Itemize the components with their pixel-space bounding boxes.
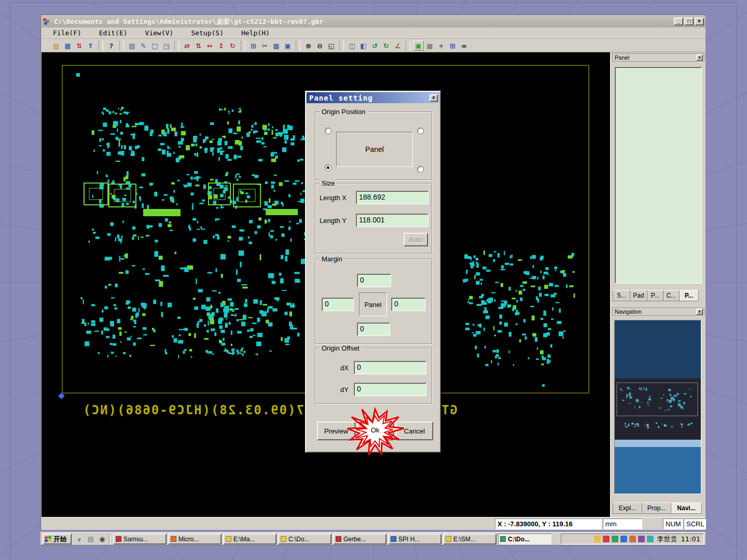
redo-icon[interactable]: ↻ (381, 40, 392, 51)
preview-button[interactable]: Preview (317, 422, 355, 440)
menu-setup[interactable]: Setup(S) (186, 28, 229, 38)
menubar: File(F) Edit(E) View(V) Setup(S) Help(H) (42, 27, 706, 39)
app-icon (43, 18, 51, 25)
mirror-vertical-icon[interactable]: ⇅ (193, 40, 204, 51)
margin-bottom-field[interactable]: 0 (357, 323, 390, 336)
save-icon[interactable]: ▦ (62, 40, 73, 51)
tab-s[interactable]: S... (613, 290, 630, 301)
region-icon[interactable]: ◳ (161, 40, 172, 51)
start-button[interactable]: 开始 (43, 534, 72, 544)
titlebar[interactable]: C:\Documents and Settings\Administrator\… (42, 16, 706, 27)
internet-explorer-icon[interactable]: e (75, 535, 84, 544)
panel-list-area[interactable] (615, 67, 702, 284)
navigation-preview[interactable] (614, 320, 701, 494)
dialog-close-icon[interactable]: × (430, 94, 438, 102)
menu-help[interactable]: Help(H) (236, 28, 275, 38)
zoom-window-icon[interactable]: ◱ (326, 40, 337, 51)
tile-vertical-icon[interactable]: ◧ (358, 40, 369, 51)
toolbar-separator (339, 40, 344, 51)
open-icon[interactable]: ▨ (51, 40, 62, 51)
fill-icon[interactable]: ▩ (271, 40, 282, 51)
select-area-icon[interactable]: ▧ (127, 40, 137, 51)
snap-icon[interactable]: ▣ (282, 40, 293, 51)
margin-left-field[interactable]: 0 (322, 298, 354, 311)
mirror-horizontal-icon[interactable]: ⇄ (182, 40, 192, 51)
origin-offset-label: Origin Offset (320, 344, 362, 352)
export-icon[interactable]: ⇑ (85, 40, 96, 51)
tab-p2[interactable]: P... (679, 290, 699, 301)
panel-pane-close-icon[interactable]: × (696, 54, 703, 61)
auto-button[interactable]: Auto (404, 233, 428, 246)
menu-edit[interactable]: Edit(E) (94, 28, 133, 38)
menu-file[interactable]: File(F) (48, 28, 87, 38)
measure-icon[interactable]: ∠ (392, 40, 403, 51)
task-gerber[interactable]: Gerbe... (333, 534, 386, 544)
board-icon[interactable]: ■ (424, 40, 435, 51)
task-samsung[interactable]: Samsu... (113, 534, 167, 544)
task-gerber-viewer-active[interactable]: C:\Do... (498, 534, 551, 544)
dy-label: dY (340, 386, 349, 394)
rect-select-icon[interactable]: □ (149, 40, 160, 51)
length-x-field[interactable]: 188.692 (356, 191, 428, 204)
length-y-field[interactable]: 118.001 (356, 214, 428, 227)
cut-icon[interactable]: ✂ (259, 40, 270, 51)
tab-pad[interactable]: Pad (630, 290, 647, 301)
media-player-icon[interactable]: ◉ (98, 535, 107, 544)
tab-explorer[interactable]: Expl... (613, 502, 642, 514)
move-icon[interactable]: ↔ (204, 40, 215, 51)
tray-icon[interactable] (620, 536, 627, 542)
rotate-icon[interactable]: ↻ (227, 40, 238, 51)
stretch-icon[interactable]: ↕ (216, 40, 227, 51)
show-desktop-icon[interactable]: ▤ (86, 535, 95, 544)
menu-view[interactable]: View(V) (140, 28, 179, 38)
tray-icon[interactable] (629, 536, 636, 542)
binoculars-icon[interactable]: ∞ (459, 40, 469, 51)
layers-icon[interactable]: ▣ (413, 40, 424, 51)
tile-horizontal-icon[interactable]: ◫ (347, 40, 357, 51)
ok-button-highlight[interactable]: Ok (357, 426, 393, 434)
tab-c[interactable]: C... (663, 290, 680, 301)
refresh-icon[interactable]: ⇅ (74, 40, 85, 51)
add-icon[interactable]: + (436, 40, 447, 51)
minimize-button[interactable]: _ (674, 18, 683, 25)
task-spi[interactable]: SPI H... (388, 534, 441, 544)
task-folder-e-sm[interactable]: E:\SM... (443, 534, 496, 544)
navigation-pane-titlebar[interactable]: Navigation × (612, 307, 704, 316)
tray-icon[interactable] (594, 536, 601, 542)
dy-field[interactable]: 0 (354, 383, 426, 396)
help-icon[interactable]: ? (106, 40, 117, 51)
tab-properties[interactable]: Prop... (642, 502, 671, 514)
undo-icon[interactable]: ↺ (369, 40, 380, 51)
origin-top-right-radio[interactable] (417, 128, 424, 134)
origin-bottom-left-radio[interactable] (325, 164, 331, 171)
dialog-titlebar[interactable]: Panel setting × (307, 92, 439, 103)
task-folder-c-do[interactable]: C:\Do... (278, 534, 331, 544)
task-label: E:\Ma... (233, 536, 255, 543)
dx-field[interactable]: 0 (354, 361, 426, 374)
dialog-title: Panel setting (309, 94, 373, 102)
close-button[interactable]: × (695, 18, 704, 25)
array-icon[interactable]: ⊞ (248, 40, 259, 51)
zoom-in-icon[interactable]: ⊕ (303, 40, 314, 51)
restore-button[interactable]: □ (684, 18, 694, 25)
navigation-pane-close-icon[interactable]: × (696, 309, 703, 315)
clock[interactable]: 11:01 (681, 535, 700, 543)
tray-icon[interactable] (603, 536, 610, 542)
task-label: E:\SM... (453, 536, 476, 543)
panel-pane-titlebar[interactable]: Panel × (612, 53, 704, 62)
tray-icon[interactable] (647, 536, 654, 542)
margin-right-field[interactable]: 0 (391, 298, 425, 311)
tab-navigation[interactable]: Navi... (671, 502, 702, 514)
task-folder-e-ma[interactable]: E:\Ma... (223, 534, 276, 544)
tray-icon[interactable] (612, 536, 618, 542)
origin-top-left-radio[interactable] (325, 128, 331, 134)
edit-icon[interactable]: ✎ (138, 40, 149, 51)
margin-top-field[interactable]: 0 (357, 274, 391, 287)
grid-icon[interactable]: ⊞ (447, 40, 458, 51)
cancel-button[interactable]: Cancel (396, 422, 433, 440)
task-microsoft[interactable]: Micro... (168, 534, 222, 544)
origin-bottom-right-radio[interactable] (417, 166, 424, 173)
zoom-out-icon[interactable]: ⊖ (314, 40, 325, 51)
tab-p1[interactable]: P... (647, 290, 663, 301)
tray-icon[interactable] (638, 536, 645, 542)
